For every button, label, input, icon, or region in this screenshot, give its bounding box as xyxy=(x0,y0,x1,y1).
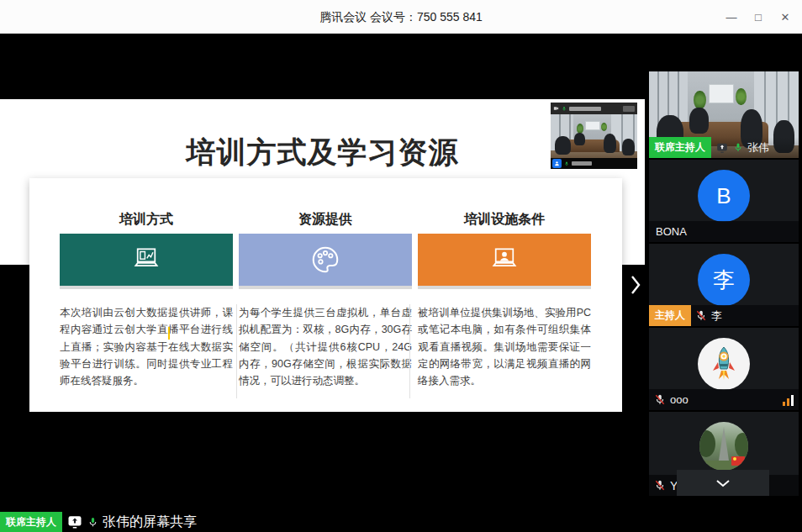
participant-tile-ooo[interactable]: ooo xyxy=(649,328,799,410)
avatar-rocket xyxy=(698,338,750,390)
flag-icon xyxy=(731,456,745,466)
screen-share-banner: 联席主持人 张伟的屏幕共享 xyxy=(0,512,197,532)
box-shadow-bar xyxy=(239,286,412,289)
column-header: 培训设施条件 xyxy=(418,210,591,234)
meeting-window: 腾讯会议 会议号：750 555 841 — □ ✕ 培训方式及学习资源 xyxy=(0,0,802,532)
mic-on-icon xyxy=(564,161,569,167)
palette-icon xyxy=(309,244,342,276)
next-slide-arrow-icon[interactable] xyxy=(625,269,646,301)
column-header: 资源提供 xyxy=(239,210,412,234)
participant-namebar: BONA xyxy=(649,221,799,242)
avatar-letter: 李 xyxy=(713,266,735,295)
participant-name: BONA xyxy=(656,225,687,238)
inset-logo xyxy=(623,106,635,112)
laptop-user-icon xyxy=(487,244,522,276)
collapse-videos-button[interactable] xyxy=(677,470,769,496)
inset-video-feed xyxy=(551,114,637,158)
training-method-box xyxy=(60,234,233,286)
column-body-text: 本次培训由云创大数据提供讲师，课程内容通过云创大学直播平台进行线上直播；实验内容… xyxy=(60,304,233,389)
mic-icon xyxy=(562,105,567,113)
mic-on-icon xyxy=(87,515,98,529)
laptop-chart-icon xyxy=(129,244,164,276)
camera-icon xyxy=(553,105,559,112)
network-signal-icon xyxy=(783,394,794,406)
inset-video-namebar xyxy=(551,158,637,169)
participant-tile-zhangwei[interactable]: 联席主持人 张伟 xyxy=(649,71,799,158)
maximize-button[interactable]: □ xyxy=(745,0,772,34)
slide-title: 培训方式及学习资源 xyxy=(0,133,645,172)
column-body-text: 为每个学生提供三台虚拟机，单台虚拟机配置为：双核，8G内存，30G存储空间。（共… xyxy=(239,304,412,389)
participant-name: ooo xyxy=(670,393,689,406)
participant-tile-bona[interactable]: B BONA xyxy=(649,160,799,242)
facility-box xyxy=(418,234,591,286)
participant-name: 张伟 xyxy=(747,140,769,155)
text-cursor xyxy=(168,327,170,340)
inset-video-header xyxy=(551,103,637,114)
column-divider xyxy=(236,304,237,398)
participant-namebar: 主持人 李 xyxy=(649,305,799,326)
conference-room-scene xyxy=(551,114,637,158)
inset-header-text xyxy=(569,107,601,111)
mic-muted-icon xyxy=(654,479,666,492)
box-shadow-bar xyxy=(418,286,591,289)
chevron-down-icon xyxy=(715,479,731,487)
participant-icon xyxy=(552,159,562,168)
participant-name: 李 xyxy=(711,308,722,324)
slide-content-card: 培训方式 资源提供 培训设施条件 xyxy=(29,178,622,412)
avatar-photo xyxy=(699,422,748,471)
participant-namebar: ooo xyxy=(649,389,799,410)
avatar-letter: B xyxy=(716,183,731,209)
avatar: 李 xyxy=(698,254,750,306)
mic-muted-icon xyxy=(695,309,707,322)
mic-on-icon xyxy=(733,141,743,154)
column-header: 培训方式 xyxy=(60,210,233,234)
host-badge: 主持人 xyxy=(649,305,691,326)
participant-tile-li[interactable]: 李 主持人 李 xyxy=(649,244,799,326)
mic-muted-icon xyxy=(654,393,666,406)
sharing-indicator-icon xyxy=(715,142,729,154)
resource-box xyxy=(239,234,412,286)
participant-namebar: 联席主持人 张伟 xyxy=(649,137,799,158)
cohost-badge: 联席主持人 xyxy=(649,137,711,158)
inset-meeting-video xyxy=(551,103,637,169)
column-body-text: 被培训单位提供集训场地、实验用PC或笔记本电脑，如有条件可组织集体观看直播视频。… xyxy=(418,304,591,389)
cohost-badge: 联席主持人 xyxy=(0,512,62,532)
box-shadow-bar xyxy=(60,286,233,289)
rocket-icon xyxy=(707,345,741,382)
window-title: 腾讯会议 会议号：750 555 841 xyxy=(0,0,802,34)
inset-name-text xyxy=(572,161,592,166)
column-divider xyxy=(409,304,410,398)
avatar: B xyxy=(698,170,750,222)
window-controls: — □ ✕ xyxy=(718,0,799,34)
close-button[interactable]: ✕ xyxy=(772,0,799,34)
sharing-indicator-icon xyxy=(66,514,83,529)
titlebar: 腾讯会议 会议号：750 555 841 — □ ✕ xyxy=(0,0,802,34)
minimize-button[interactable]: — xyxy=(718,0,745,34)
share-banner-text: 张伟的屏幕共享 xyxy=(103,514,197,531)
